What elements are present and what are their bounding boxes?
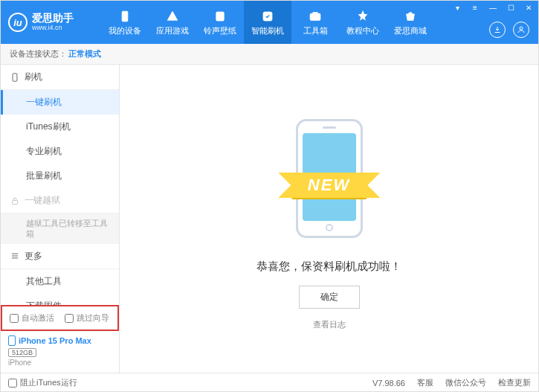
user-button[interactable] <box>513 22 529 38</box>
sidebar-section-2[interactable]: 更多 <box>1 244 119 269</box>
sidebar-item[interactable]: 下载固件 <box>1 294 119 305</box>
skip-guide-checkbox[interactable]: 跳过向导 <box>65 312 109 324</box>
list-icon <box>10 251 20 261</box>
sidebar: 刷机一键刷机iTunes刷机专业刷机批量刷机一键越狱越狱工具已转移至工具箱更多其… <box>1 65 120 373</box>
sidebar-item[interactable]: 一键刷机 <box>1 90 119 115</box>
nav-icon <box>403 9 418 24</box>
footer-link-support[interactable]: 客服 <box>417 377 433 388</box>
nav-icon <box>117 9 132 24</box>
svg-rect-6 <box>13 73 17 81</box>
status-value: 正常模式 <box>68 48 101 60</box>
device-storage: 512GB <box>8 348 36 357</box>
nav-tab-1[interactable]: 应用游戏 <box>149 1 196 44</box>
nav-tab-3[interactable]: 智能刷机 <box>244 1 291 44</box>
window-maximize-icon[interactable]: ☐ <box>504 2 517 13</box>
nav-icon <box>213 9 227 24</box>
nav-tab-5[interactable]: 教程中心 <box>339 1 387 44</box>
block-itunes-checkbox[interactable]: 阻止iTunes运行 <box>8 377 77 388</box>
device-info: iPhone 15 Pro Max 512GB iPhone <box>1 331 119 373</box>
nav-tab-0[interactable]: 我的设备 <box>101 1 149 44</box>
success-message: 恭喜您，保资料刷机成功啦！ <box>256 260 401 274</box>
app-header: iu 爱思助手 www.i4.cn 我的设备应用游戏铃声壁纸智能刷机工具箱教程中… <box>1 1 538 44</box>
window-close-icon[interactable]: ✕ <box>522 2 535 13</box>
window-minimize-icon[interactable]: — <box>486 2 500 13</box>
nav-tab-4[interactable]: 工具箱 <box>291 1 339 44</box>
nav-tab-6[interactable]: 爱思商城 <box>387 1 434 44</box>
nav-icon <box>355 9 370 24</box>
svg-rect-4 <box>310 13 320 20</box>
success-illustration: NEW <box>259 108 400 249</box>
auto-activate-checkbox[interactable]: 自动激活 <box>10 312 54 324</box>
sidebar-item[interactable]: iTunes刷机 <box>1 115 119 139</box>
status-bar: 设备连接状态： 正常模式 <box>1 44 538 65</box>
window-menu-icon[interactable]: ≡ <box>468 2 482 13</box>
svg-point-5 <box>520 27 523 30</box>
status-label: 设备连接状态： <box>10 48 67 60</box>
sidebar-item[interactable]: 专业刷机 <box>1 139 119 164</box>
new-ribbon: NEW <box>291 173 367 198</box>
nav-icon <box>260 9 275 24</box>
svg-rect-2 <box>216 12 225 21</box>
sidebar-item[interactable]: 其他工具 <box>1 269 119 294</box>
view-log-link[interactable]: 查看日志 <box>313 319 346 330</box>
sidebar-section-0[interactable]: 刷机 <box>1 65 119 90</box>
phone-icon <box>10 72 20 83</box>
sidebar-item: 越狱工具已转移至工具箱 <box>1 213 119 244</box>
download-button[interactable] <box>489 22 506 38</box>
nav-icon <box>308 9 323 24</box>
phone-icon <box>8 335 16 346</box>
nav-tab-2[interactable]: 铃声壁纸 <box>196 1 244 44</box>
window-shortcut-icon[interactable]: ▾ <box>451 2 464 13</box>
options-highlight-box: 自动激活 跳过向导 <box>1 305 119 331</box>
footer-link-update[interactable]: 检查更新 <box>498 377 531 388</box>
svg-rect-7 <box>13 200 18 204</box>
window-controls: ▾ ≡ — ☐ ✕ <box>451 2 535 13</box>
device-name[interactable]: iPhone 15 Pro Max <box>8 335 112 346</box>
app-url: www.i4.cn <box>32 25 74 32</box>
header-right-buttons <box>489 22 529 38</box>
footer-link-wechat[interactable]: 微信公众号 <box>445 377 486 388</box>
ok-button[interactable]: 确定 <box>299 286 360 309</box>
app-logo: iu 爱思助手 www.i4.cn <box>8 13 101 32</box>
logo-icon: iu <box>8 13 28 32</box>
nav-tabs: 我的设备应用游戏铃声壁纸智能刷机工具箱教程中心爱思商城 <box>101 1 434 44</box>
app-title: 爱思助手 <box>32 13 74 24</box>
sidebar-section-1[interactable]: 一键越狱 <box>1 188 119 213</box>
sidebar-item[interactable]: 批量刷机 <box>1 164 119 188</box>
main-content: NEW 恭喜您，保资料刷机成功啦！ 确定 查看日志 <box>120 65 538 373</box>
device-type: iPhone <box>8 359 112 367</box>
nav-icon <box>165 9 180 24</box>
footer: 阻止iTunes运行 V7.98.66 客服 微信公众号 检查更新 <box>1 373 538 392</box>
version-label: V7.98.66 <box>372 379 405 388</box>
lock-icon <box>10 196 20 206</box>
